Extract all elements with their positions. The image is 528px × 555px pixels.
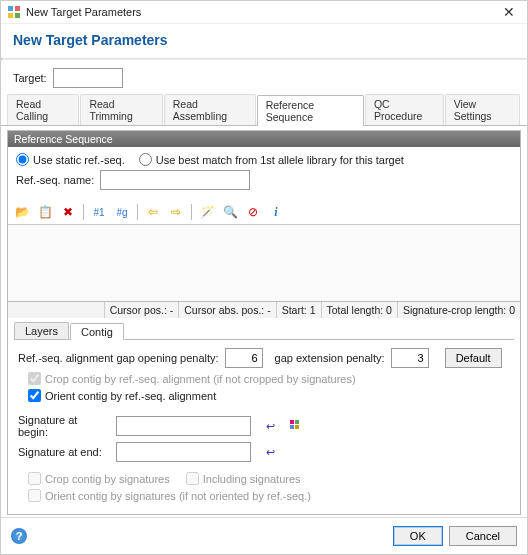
status-sig: Signature-crop length: 0 (397, 302, 520, 318)
status-value: - (267, 304, 271, 316)
sequence-editor[interactable] (8, 225, 520, 301)
gap-ext-input[interactable] (391, 348, 429, 368)
svg-rect-2 (8, 13, 13, 18)
tab-qc-procedure[interactable]: QC Procedure (365, 94, 444, 125)
radio-static[interactable]: Use static ref.-seq. (16, 153, 125, 166)
tab-label: Read Trimming (89, 98, 132, 122)
toolbar-sep (191, 204, 192, 220)
tab-read-calling[interactable]: Read Calling (7, 94, 79, 125)
footer: ? OK Cancel (1, 517, 527, 554)
svg-rect-3 (15, 13, 20, 18)
radio-static-input[interactable] (16, 153, 29, 166)
ok-button[interactable]: OK (393, 526, 443, 546)
wand-icon[interactable]: 🪄 (197, 202, 217, 222)
status-label: Total length: (327, 304, 384, 316)
open-icon[interactable]: 📂 (12, 202, 32, 222)
target-row: Target: (1, 60, 527, 94)
toolbar-sep (83, 204, 84, 220)
status-total: Total length: 0 (321, 302, 397, 318)
button-label: Cancel (466, 530, 500, 542)
default-button[interactable]: Default (445, 348, 502, 368)
svg-rect-7 (295, 425, 299, 429)
contig-section: Ref.-seq. alignment gap opening penalty:… (8, 340, 520, 514)
button-label: Default (456, 352, 491, 364)
crop-sig-checkbox: Crop contig by signatures (28, 472, 170, 485)
status-start: Start: 1 (276, 302, 321, 318)
delete-icon[interactable]: ✖ (58, 202, 78, 222)
button-label: OK (410, 530, 426, 542)
tab-read-assembling[interactable]: Read Assembling (164, 94, 256, 125)
cancel-button[interactable]: Cancel (449, 526, 517, 546)
status-label: Cursor abs. pos.: (184, 304, 264, 316)
titlebar-left: New Target Parameters (7, 5, 141, 19)
tab-view-settings[interactable]: View Settings (445, 94, 520, 125)
subtab-layers[interactable]: Layers (14, 322, 69, 339)
help-icon[interactable]: ? (11, 528, 27, 544)
target-label: Target: (13, 72, 47, 84)
checkbox-label: Crop contig by signatures (45, 473, 170, 485)
status-label: Cursor pos.: (110, 304, 167, 316)
radio-bestmatch[interactable]: Use best match from 1st allele library f… (139, 153, 404, 166)
checkbox-label: Orient contig by signatures (if not orie… (45, 490, 311, 502)
info-icon[interactable]: i (266, 202, 286, 222)
orient-align-input[interactable] (28, 389, 41, 402)
orient-sig-input (28, 489, 41, 502)
arrow-left-icon[interactable]: ⇦ (143, 202, 163, 222)
main-tabs: Read Calling Read Trimming Read Assembli… (1, 94, 527, 126)
hashg-icon[interactable]: #g (112, 202, 132, 222)
orient-align-checkbox[interactable]: Orient contig by ref.-seq. alignment (28, 389, 216, 402)
target-input[interactable] (53, 68, 123, 88)
svg-rect-6 (290, 425, 294, 429)
incl-sig-input (186, 472, 199, 485)
close-button[interactable]: ✕ (499, 4, 519, 20)
radio-bestmatch-input[interactable] (139, 153, 152, 166)
page-title: New Target Parameters (13, 32, 515, 48)
tab-label: Reference Sequence (266, 99, 314, 123)
group-header: Reference Sequence (8, 131, 520, 147)
return-icon[interactable]: ↩ (263, 445, 277, 459)
checkbox-label: Including signatures (203, 473, 301, 485)
incl-sig-checkbox: Including signatures (186, 472, 301, 485)
status-value: - (170, 304, 174, 316)
tab-label: View Settings (454, 98, 492, 122)
editor-toolbar: 📂 📋 ✖ #1 #g ⇦ ⇨ 🪄 🔍 ⊘ i (8, 200, 520, 225)
titlebar: New Target Parameters ✕ (1, 1, 527, 24)
search-icon[interactable]: 🔍 (220, 202, 240, 222)
paste-icon[interactable]: 📋 (35, 202, 55, 222)
tab-reference-sequence[interactable]: Reference Sequence (257, 95, 364, 126)
crop-sig-input (28, 472, 41, 485)
grid-icon[interactable] (289, 419, 303, 433)
cancel-search-icon[interactable]: ⊘ (243, 202, 263, 222)
sig-end-label: Signature at end: (18, 446, 110, 458)
footer-buttons: OK Cancel (393, 526, 517, 546)
status-abs: Cursor abs. pos.: - (178, 302, 275, 318)
svg-rect-5 (295, 420, 299, 424)
status-value: 0 (386, 304, 392, 316)
svg-rect-1 (15, 6, 20, 11)
status-label: Start: (282, 304, 307, 316)
checkbox-label: Orient contig by ref.-seq. alignment (45, 390, 216, 402)
status-bar: Cursor pos.: - Cursor abs. pos.: - Start… (8, 301, 520, 318)
gap-open-label: Ref.-seq. alignment gap opening penalty: (18, 352, 219, 364)
gap-ext-label: gap extension penalty: (275, 352, 385, 364)
return-icon[interactable]: ↩ (263, 419, 277, 433)
subtab-contig[interactable]: Contig (70, 323, 124, 340)
sig-begin-input[interactable] (116, 416, 251, 436)
crop-align-input (28, 372, 41, 385)
refseq-name-input[interactable] (100, 170, 250, 190)
crop-align-checkbox: Crop contig by ref.-seq. alignment (if n… (28, 372, 356, 385)
tab-label: Read Calling (16, 98, 48, 122)
tab-read-trimming[interactable]: Read Trimming (80, 94, 162, 125)
arrow-right-icon[interactable]: ⇨ (166, 202, 186, 222)
sig-begin-label: Signature at begin: (18, 414, 110, 438)
checkbox-label: Crop contig by ref.-seq. alignment (if n… (45, 373, 356, 385)
app-icon (7, 5, 21, 19)
sig-end-input[interactable] (116, 442, 251, 462)
refseq-name-label: Ref.-seq. name: (16, 174, 94, 186)
tab-label: Read Assembling (173, 98, 227, 122)
sub-tabs: Layers Contig (8, 318, 520, 339)
hash1-icon[interactable]: #1 (89, 202, 109, 222)
gap-open-input[interactable] (225, 348, 263, 368)
radio-static-label: Use static ref.-seq. (33, 154, 125, 166)
svg-rect-4 (290, 420, 294, 424)
